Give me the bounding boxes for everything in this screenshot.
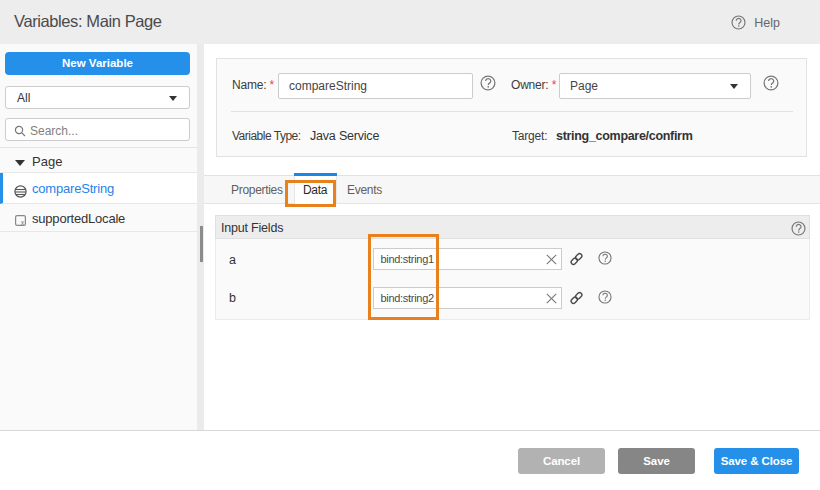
svg-text:x: x (21, 219, 25, 226)
